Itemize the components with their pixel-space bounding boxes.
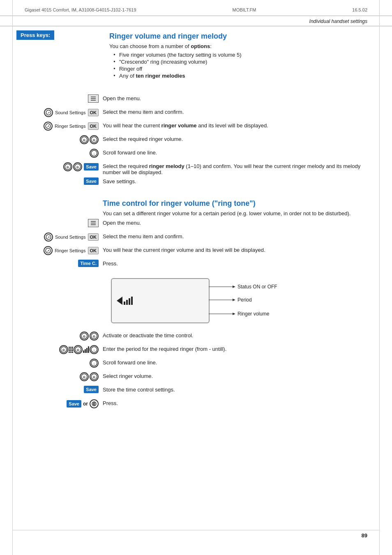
step-right: Select ringer volume.	[103, 372, 376, 379]
step-right: Select the menu item and confirm.	[103, 233, 376, 240]
step-right: Save settings.	[103, 177, 376, 184]
svg-text:⊕: ⊕	[62, 348, 65, 352]
nav-down-icon: ↓	[91, 150, 97, 157]
phone-icon: ↗	[44, 108, 53, 117]
step-left: ⊕ ⊕	[16, 372, 103, 381]
step-left	[16, 94, 103, 103]
section1-steps: Open the menu. ↗ Sound Settings OK Selec…	[0, 94, 392, 411]
sound-bar	[126, 300, 128, 305]
ok-key: OK	[88, 109, 99, 116]
step-row: ⊕ ⊕ Select the required ringer volume.	[16, 135, 376, 147]
svg-text:⊕: ⊕	[83, 334, 86, 339]
sound-bar	[129, 298, 130, 305]
step-right: Status ON or OFF Period	[103, 273, 376, 327]
step-row: ⊕ ⊕ Activate or deactivate the time cont…	[16, 332, 376, 343]
right-vline	[379, 0, 380, 555]
step-row: Save Store the time control settings.	[16, 386, 376, 397]
svg-text:↗: ↗	[47, 111, 50, 115]
section-title: Individual handset settings	[309, 18, 367, 24]
press-keys-box: Press keys:	[16, 30, 54, 40]
svg-text:⊕: ⊕	[76, 165, 79, 169]
header-right: 16.5.02	[352, 7, 367, 12]
svg-text:↓: ↓	[93, 362, 95, 366]
ringer-settings-label2: Ringer Settings	[55, 248, 85, 253]
display-box: Status ON or OFF Period	[111, 278, 210, 323]
svg-text:↗: ↗	[47, 235, 50, 240]
nav-down-icon: ↓	[91, 346, 97, 353]
svg-marker-25	[233, 286, 235, 288]
menu-icon	[88, 94, 99, 103]
svg-text:↓: ↓	[93, 348, 95, 352]
section2-wrapper: Time control for ringer volume ("ring to…	[103, 199, 376, 216]
phone-icon: ↗	[44, 246, 53, 255]
tall-bars-icon	[83, 346, 89, 353]
save-key: Save	[84, 386, 99, 393]
step-left	[16, 219, 103, 227]
step-row: ⊕ ⊕	[16, 345, 376, 357]
annotation-ringer: Ringer volume	[209, 311, 269, 317]
step-left: Time C.	[16, 260, 103, 267]
step-left: ↗ Ringer Settings OK	[16, 246, 103, 255]
phone-end-icon: ☎	[91, 401, 98, 408]
nav-arrows-icon: ⊕	[60, 346, 67, 353]
step-row: ↗ Ringer Settings OK You will hear the c…	[16, 122, 376, 133]
step-left: ↓	[16, 359, 103, 368]
svg-text:↓: ↓	[93, 152, 95, 156]
nav-icon: ↓	[90, 359, 99, 368]
section1-intro: You can choose from a number of options:	[109, 43, 376, 49]
phone-icon: ↗	[44, 233, 53, 242]
svg-text:↗: ↗	[46, 124, 50, 129]
nav-arrows-icon: ⊕	[81, 373, 88, 380]
nav-arrows-icon: ⊕	[91, 373, 97, 380]
step-left: ⊕ ⊕ Save	[16, 162, 103, 171]
time-c-key: Time C.	[78, 260, 99, 267]
nav-arrows-icon: ⊕	[91, 136, 97, 143]
display-box-row: Status ON or OFF Period	[16, 273, 376, 327]
right-col: Ringer volume and ringer melody You can …	[103, 30, 376, 82]
end-call-icon: ☎	[88, 397, 100, 410]
save-key: Save	[67, 400, 81, 408]
annotation-status: Status ON or OFF	[209, 284, 277, 290]
step-left: ⊕ ⊕	[16, 332, 103, 341]
bottom-bar	[12, 530, 380, 530]
svg-text:⊕: ⊕	[92, 334, 96, 339]
step-right: Scroll forward one line.	[103, 359, 376, 366]
header-left: Gigaset 4015 Comfort, IM, A31008-G4015-J…	[25, 7, 136, 12]
step-row: Save or ☎ Press.	[16, 399, 376, 411]
step-right: Activate or deactivate the time control.	[103, 332, 376, 339]
page-number: 89	[362, 532, 367, 539]
svg-marker-29	[233, 313, 235, 315]
step-row: Open the menu.	[16, 94, 376, 106]
nav-icon: ↓	[90, 149, 99, 158]
sound-bar	[131, 297, 133, 305]
step-right: Open the menu.	[103, 219, 376, 226]
step-left: ↗ Ringer Settings OK	[16, 122, 103, 131]
ok-key: OK	[88, 233, 99, 241]
nav-icon: ⊕	[90, 372, 99, 381]
step-right: Enter the period for the required ringer…	[103, 345, 376, 352]
phone-icon: ↗	[44, 122, 53, 131]
menu-lines-icon	[90, 220, 97, 226]
step-row: ⊕ ⊕ Select ringer volume.	[16, 372, 376, 384]
step-row: ↗ Sound Settings OK Select the menu item…	[16, 233, 376, 244]
nav-arrows-icon: ⊕	[75, 346, 81, 353]
step-row: ↗ Ringer Settings OK You will hear the c…	[16, 246, 376, 258]
svg-text:☎: ☎	[92, 402, 96, 406]
nav-icon: ⊕	[80, 372, 89, 381]
annotation-line-icon	[209, 297, 238, 302]
svg-text:⊕: ⊕	[83, 138, 86, 142]
nav-icon: ⊕	[73, 162, 82, 171]
section2-heading: Time control for ringer volume ("ring to…	[103, 199, 376, 208]
step-right: Press.	[103, 260, 376, 267]
step-right: Open the menu.	[103, 94, 376, 101]
nav-icon: ⊕	[80, 135, 89, 144]
annotation-status-text: Status ON or OFF	[238, 284, 277, 290]
nav-icon: ⊕	[63, 162, 72, 171]
step-left: Save or ☎	[16, 399, 103, 408]
nav-down-icon: ↓	[91, 360, 97, 366]
or-text: or	[83, 401, 88, 407]
step-right: Scroll forward one line.	[103, 149, 376, 156]
annotation-container: Status ON or OFF Period	[209, 279, 303, 322]
phone-arrow-icon: ↗	[45, 123, 51, 129]
step-left: ⊕ ⊕	[16, 345, 103, 354]
